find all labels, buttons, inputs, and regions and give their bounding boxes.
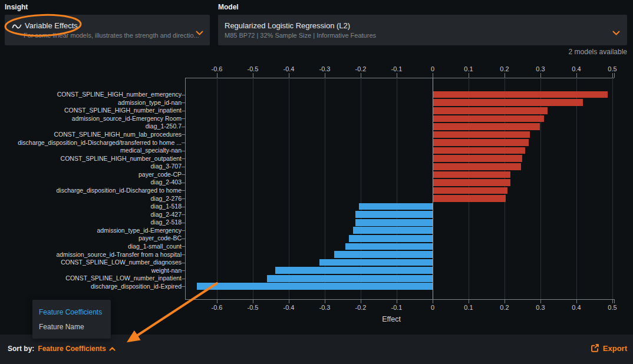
chart-bar [433,179,510,186]
y-axis-label: diag_2-276 [150,195,182,203]
top-axis-tick [361,73,361,78]
top-x-tick-label: 0.5 [599,65,625,72]
y-axis-label: admission_type_id-Emergency [97,227,182,234]
chart-bar [433,163,521,170]
y-axis-tick [182,263,185,263]
export-button[interactable]: Export [590,343,627,353]
y-axis-label: admission_type_id-nan [118,99,182,107]
top-x-tick-label: -0.2 [348,65,374,72]
bottom-x-tick-label: -0.6 [204,304,230,311]
sort-menu-item-0[interactable]: Feature Coefficients [32,305,111,320]
y-axis-label: CONST_SPLINE_HIGH_number_emergency [57,91,182,98]
chart-bar [433,123,540,130]
chart-bar [349,235,433,242]
gridline [289,78,289,299]
y-axis-tick [182,254,185,255]
y-axis-label: discharge_disposition_id-Discharged to h… [57,187,182,194]
chevron-up-icon [109,347,116,351]
y-axis-label: payer_code-CP [139,171,182,178]
bottom-axis-tick [505,299,505,303]
top-x-tick-label: 0.1 [456,65,482,72]
chart-bar [275,267,433,274]
y-axis-label: CONST_SPLINE_LOW_number_diagnoses [61,259,182,266]
top-x-tick-label: -0.5 [240,65,266,72]
left-axis-line [185,78,186,300]
sort-by-control: Sort by: Feature Coefficients [8,345,116,353]
chart-bar [433,115,544,123]
gridline [397,78,397,299]
y-axis-tick [182,143,185,143]
y-axis-label: diag_2-518 [150,219,182,226]
top-axis-tick [217,73,217,78]
y-axis-label: payer_code-BC [139,234,182,242]
y-axis-tick [182,95,185,95]
bottom-x-tick-label: 0.5 [599,304,625,311]
gridline [325,78,325,299]
chart-bar [355,211,433,218]
top-axis-tick [469,73,469,78]
y-axis-label: weight-nan [151,267,182,274]
y-axis-label: diag_2-427 [150,211,182,219]
bottom-x-tick-label: -0.5 [240,304,266,311]
chart-bar [267,275,433,282]
y-axis-tick [182,102,185,103]
bottom-axis-end-tick [614,299,615,303]
gridline [612,78,613,299]
top-x-tick-label: 0.3 [528,65,553,72]
top-x-tick-label: -0.3 [312,65,338,72]
gridline [253,78,253,299]
chart-bar [359,203,433,210]
bottom-x-tick-label: 0.2 [492,304,517,311]
chart-bar [433,131,530,138]
export-label: Export [603,344,627,353]
chart-bar [334,251,433,258]
y-axis-label: CONST_SPLINE_HIGH_num_lab_procedures [54,131,182,138]
chart-bar [433,155,522,162]
top-axis-tick [397,73,397,78]
y-axis-label: diag_1-250.7 [146,123,182,130]
y-axis-label: diag_2-403 [150,178,182,186]
sort-by-selected-text: Feature Coefficients [38,345,106,353]
sort-menu-item-1[interactable]: Feature Name [32,320,111,335]
bottom-axis-tick [397,299,397,303]
y-axis-label: diag_1-small_count [128,243,182,250]
bottom-axis-tick [253,299,253,303]
y-axis-tick [182,270,185,271]
bottom-axis-tick [361,299,361,303]
y-axis-tick [182,111,185,111]
y-axis-tick [182,214,185,215]
top-x-tick-label: 0.2 [492,65,517,72]
chart-bar [345,243,433,250]
sort-by-value[interactable]: Feature Coefficients [38,345,115,353]
bottom-axis-tick [433,299,433,303]
chart-bar [433,139,529,146]
y-axis-label: CONST_SPLINE_LOW_number_inpatient [65,274,182,282]
y-axis-label: medical_specialty-nan [120,147,182,154]
bottom-x-tick-label: -0.3 [312,304,338,311]
y-axis-label: admission_source_id-Emergency Room [72,115,182,123]
bottom-axis-tick [576,299,577,303]
top-axis-end-tick [614,73,615,78]
y-axis-tick [182,174,185,175]
chart-bar [433,171,510,178]
bottom-axis-tick [612,299,613,303]
chart-bar [433,187,507,194]
y-axis-label: discharge_disposition_id-Discharged/tran… [18,139,182,147]
bottom-x-tick-label: -0.1 [384,304,410,311]
chart-bar [353,227,433,234]
gridline [361,78,361,299]
chart-bar [433,91,608,98]
chart-bar [319,259,433,266]
bottom-x-tick-label: 0.3 [528,304,553,311]
top-x-tick-label: -0.1 [384,65,410,72]
top-axis-tick [253,73,253,78]
y-axis-label: CONST_SPLINE_HIGH_number_outpatient [61,155,182,163]
y-axis-tick [182,183,185,183]
y-axis-tick [182,279,185,279]
y-axis-label: diag_1-518 [150,203,182,210]
bottom-x-tick-label: -0.4 [276,304,302,311]
bottom-x-tick-label: 0.1 [456,304,482,311]
top-axis-tick [433,73,433,78]
chart-bar [355,219,433,226]
x-axis-title: Effect [185,315,598,323]
